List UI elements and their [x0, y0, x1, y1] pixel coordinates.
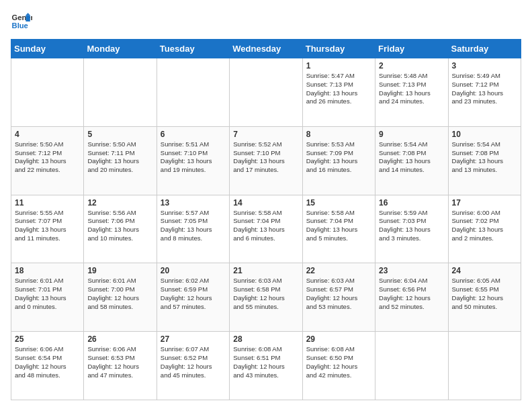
page: General Blue SundayMondayTuesdayWednesda… — [0, 0, 532, 411]
day-number: 20 — [161, 266, 226, 275]
day-info: Sunrise: 5:47 AM Sunset: 7:13 PM Dayligh… — [306, 72, 371, 106]
day-number: 26 — [87, 334, 152, 344]
day-number: 14 — [233, 198, 298, 208]
day-info: Sunrise: 6:01 AM Sunset: 7:00 PM Dayligh… — [87, 277, 152, 311]
col-header-monday: Monday — [84, 40, 157, 58]
calendar-cell: 13Sunrise: 5:57 AM Sunset: 7:05 PM Dayli… — [157, 195, 229, 263]
calendar-cell: 16Sunrise: 5:59 AM Sunset: 7:03 PM Dayli… — [375, 195, 448, 263]
week-row-3: 11Sunrise: 5:55 AM Sunset: 7:07 PM Dayli… — [11, 195, 521, 263]
day-info: Sunrise: 6:05 AM Sunset: 6:55 PM Dayligh… — [452, 277, 517, 311]
day-number: 25 — [15, 334, 80, 344]
day-info: Sunrise: 5:54 AM Sunset: 7:08 PM Dayligh… — [452, 140, 517, 175]
calendar-cell — [157, 58, 229, 127]
calendar-cell: 15Sunrise: 5:58 AM Sunset: 7:04 PM Dayli… — [302, 195, 375, 263]
calendar-cell: 11Sunrise: 5:55 AM Sunset: 7:07 PM Dayli… — [11, 195, 84, 263]
calendar-cell: 4Sunrise: 5:50 AM Sunset: 7:12 PM Daylig… — [11, 126, 84, 195]
day-number: 16 — [379, 198, 444, 208]
day-number: 27 — [161, 334, 226, 344]
day-number: 23 — [379, 266, 444, 275]
day-number: 5 — [87, 130, 152, 139]
day-number: 15 — [306, 198, 371, 208]
day-info: Sunrise: 5:50 AM Sunset: 7:12 PM Dayligh… — [15, 140, 80, 175]
calendar-cell — [84, 58, 157, 127]
day-info: Sunrise: 5:54 AM Sunset: 7:08 PM Dayligh… — [379, 140, 444, 175]
calendar-cell: 2Sunrise: 5:48 AM Sunset: 7:13 PM Daylig… — [375, 58, 448, 127]
day-info: Sunrise: 5:55 AM Sunset: 7:07 PM Dayligh… — [15, 209, 80, 243]
day-info: Sunrise: 5:51 AM Sunset: 7:10 PM Dayligh… — [161, 140, 226, 175]
calendar-header-row: SundayMondayTuesdayWednesdayThursdayFrid… — [11, 40, 521, 58]
calendar-cell: 24Sunrise: 6:05 AM Sunset: 6:55 PM Dayli… — [448, 263, 521, 332]
day-info: Sunrise: 6:07 AM Sunset: 6:52 PM Dayligh… — [161, 345, 226, 379]
calendar-table: SundayMondayTuesdayWednesdayThursdayFrid… — [11, 39, 521, 400]
day-number: 4 — [15, 130, 80, 139]
calendar-cell: 17Sunrise: 6:00 AM Sunset: 7:02 PM Dayli… — [448, 195, 521, 263]
day-number: 17 — [452, 198, 517, 208]
day-number: 12 — [87, 198, 152, 208]
col-header-saturday: Saturday — [448, 40, 521, 58]
day-number: 21 — [233, 266, 298, 275]
calendar-cell: 14Sunrise: 5:58 AM Sunset: 7:04 PM Dayli… — [230, 195, 302, 263]
calendar-cell: 28Sunrise: 6:08 AM Sunset: 6:51 PM Dayli… — [230, 332, 302, 400]
day-number: 7 — [233, 130, 298, 139]
day-number: 28 — [233, 334, 298, 344]
calendar-cell: 12Sunrise: 5:56 AM Sunset: 7:06 PM Dayli… — [84, 195, 157, 263]
calendar-cell: 6Sunrise: 5:51 AM Sunset: 7:10 PM Daylig… — [157, 126, 229, 195]
calendar-cell: 5Sunrise: 5:50 AM Sunset: 7:11 PM Daylig… — [84, 126, 157, 195]
calendar-cell: 9Sunrise: 5:54 AM Sunset: 7:08 PM Daylig… — [375, 126, 448, 195]
day-number: 2 — [379, 61, 444, 71]
day-info: Sunrise: 6:03 AM Sunset: 6:58 PM Dayligh… — [233, 277, 298, 311]
calendar-cell: 25Sunrise: 6:06 AM Sunset: 6:54 PM Dayli… — [11, 332, 84, 400]
day-number: 9 — [379, 130, 444, 139]
calendar-cell: 20Sunrise: 6:02 AM Sunset: 6:59 PM Dayli… — [157, 263, 229, 332]
calendar-cell — [230, 58, 302, 127]
day-number: 29 — [306, 334, 371, 344]
calendar-cell: 10Sunrise: 5:54 AM Sunset: 7:08 PM Dayli… — [448, 126, 521, 195]
col-header-wednesday: Wednesday — [230, 40, 302, 58]
col-header-thursday: Thursday — [302, 40, 375, 58]
day-number: 1 — [306, 61, 371, 71]
calendar-cell — [11, 58, 84, 127]
day-info: Sunrise: 6:08 AM Sunset: 6:50 PM Dayligh… — [306, 345, 371, 379]
day-info: Sunrise: 6:06 AM Sunset: 6:53 PM Dayligh… — [87, 345, 152, 379]
day-info: Sunrise: 5:50 AM Sunset: 7:11 PM Dayligh… — [87, 140, 152, 175]
logo: General Blue — [11, 11, 35, 32]
calendar-cell: 27Sunrise: 6:07 AM Sunset: 6:52 PM Dayli… — [157, 332, 229, 400]
day-info: Sunrise: 6:01 AM Sunset: 7:01 PM Dayligh… — [15, 277, 80, 311]
calendar-cell: 3Sunrise: 5:49 AM Sunset: 7:12 PM Daylig… — [448, 58, 521, 127]
col-header-sunday: Sunday — [11, 40, 84, 58]
week-row-2: 4Sunrise: 5:50 AM Sunset: 7:12 PM Daylig… — [11, 126, 521, 195]
day-number: 6 — [161, 130, 226, 139]
calendar-cell: 22Sunrise: 6:03 AM Sunset: 6:57 PM Dayli… — [302, 263, 375, 332]
day-number: 18 — [15, 266, 80, 275]
day-info: Sunrise: 6:08 AM Sunset: 6:51 PM Dayligh… — [233, 345, 298, 379]
calendar-cell: 29Sunrise: 6:08 AM Sunset: 6:50 PM Dayli… — [302, 332, 375, 400]
day-number: 22 — [306, 266, 371, 275]
day-info: Sunrise: 5:58 AM Sunset: 7:04 PM Dayligh… — [233, 209, 298, 243]
calendar-cell — [375, 332, 448, 400]
day-info: Sunrise: 5:52 AM Sunset: 7:10 PM Dayligh… — [233, 140, 298, 175]
day-info: Sunrise: 6:00 AM Sunset: 7:02 PM Dayligh… — [452, 209, 517, 243]
col-header-tuesday: Tuesday — [157, 40, 229, 58]
day-number: 11 — [15, 198, 80, 208]
day-info: Sunrise: 6:02 AM Sunset: 6:59 PM Dayligh… — [161, 277, 226, 311]
calendar-cell: 23Sunrise: 6:04 AM Sunset: 6:56 PM Dayli… — [375, 263, 448, 332]
day-info: Sunrise: 5:58 AM Sunset: 7:04 PM Dayligh… — [306, 209, 371, 243]
svg-marker-2 — [26, 15, 30, 21]
week-row-5: 25Sunrise: 6:06 AM Sunset: 6:54 PM Dayli… — [11, 332, 521, 400]
calendar-cell: 7Sunrise: 5:52 AM Sunset: 7:10 PM Daylig… — [230, 126, 302, 195]
day-info: Sunrise: 5:53 AM Sunset: 7:09 PM Dayligh… — [306, 140, 371, 175]
header: General Blue — [11, 11, 521, 32]
day-info: Sunrise: 5:48 AM Sunset: 7:13 PM Dayligh… — [379, 72, 444, 106]
week-row-1: 1Sunrise: 5:47 AM Sunset: 7:13 PM Daylig… — [11, 58, 521, 127]
day-number: 8 — [306, 130, 371, 139]
day-info: Sunrise: 6:03 AM Sunset: 6:57 PM Dayligh… — [306, 277, 371, 311]
day-info: Sunrise: 5:49 AM Sunset: 7:12 PM Dayligh… — [452, 72, 517, 106]
day-number: 24 — [452, 266, 517, 275]
calendar-cell: 1Sunrise: 5:47 AM Sunset: 7:13 PM Daylig… — [302, 58, 375, 127]
calendar-cell: 8Sunrise: 5:53 AM Sunset: 7:09 PM Daylig… — [302, 126, 375, 195]
day-number: 19 — [87, 266, 152, 275]
logo-icon: General Blue — [11, 11, 32, 32]
calendar-cell: 18Sunrise: 6:01 AM Sunset: 7:01 PM Dayli… — [11, 263, 84, 332]
day-info: Sunrise: 5:59 AM Sunset: 7:03 PM Dayligh… — [379, 209, 444, 243]
day-number: 10 — [452, 130, 517, 139]
